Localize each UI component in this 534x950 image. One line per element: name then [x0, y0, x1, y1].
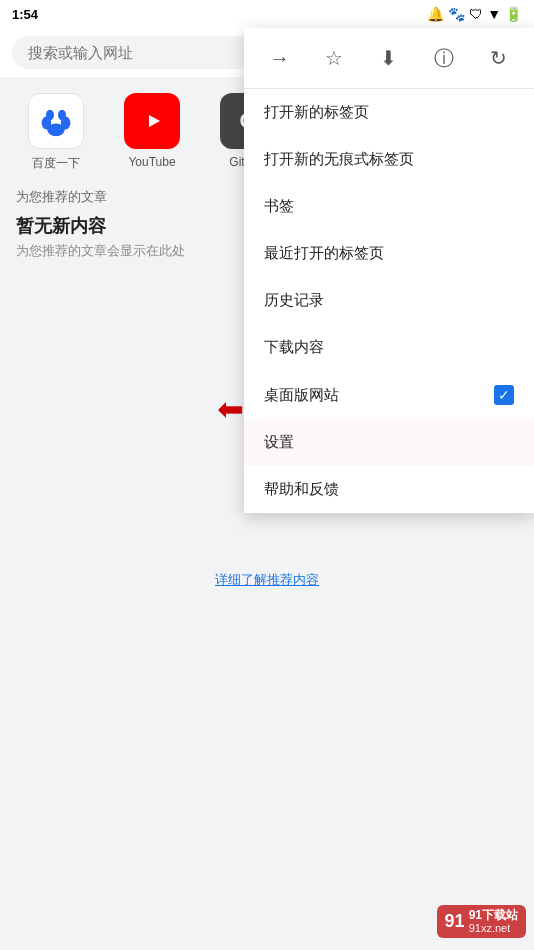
watermark: 91 91下载站 91xz.net: [437, 905, 526, 938]
desktop-site-checkbox[interactable]: ✓: [494, 385, 514, 405]
menu-top-icons: → ☆ ⬇ ⓘ ↻: [244, 28, 534, 89]
shortcut-baidu[interactable]: 百度一下: [16, 93, 96, 172]
watermark-title: 91下载站: [469, 909, 518, 922]
menu-item-desktop-site[interactable]: 桌面版网站 ✓: [244, 371, 534, 419]
youtube-icon-container: [124, 93, 180, 149]
refresh-icon[interactable]: ↻: [479, 38, 519, 78]
shortcut-youtube[interactable]: YouTube: [112, 93, 192, 172]
watermark-text-block: 91下载站 91xz.net: [469, 909, 518, 934]
menu-item-bookmarks[interactable]: 书签: [244, 183, 534, 230]
menu-item-settings[interactable]: 设置: [244, 419, 534, 466]
svg-point-4: [58, 110, 66, 120]
dropdown-menu: → ☆ ⬇ ⓘ ↻ 打开新的标签页 打开新的无痕式标签页 书签 最近打开的标签页…: [244, 28, 534, 513]
bookmark-icon[interactable]: ☆: [314, 38, 354, 78]
learn-more-link[interactable]: 详细了解推荐内容: [215, 572, 319, 587]
baidu-logo-icon: [36, 101, 76, 141]
shield-icon: 🛡: [469, 6, 483, 22]
youtube-logo-icon: [136, 105, 168, 137]
status-icons: 🔔 🐾 🛡 ▼ 🔋: [427, 6, 522, 22]
learn-more-container: 详细了解推荐内容: [215, 570, 319, 589]
svg-point-3: [46, 110, 54, 120]
info-icon[interactable]: ⓘ: [424, 38, 464, 78]
menu-item-downloads[interactable]: 下载内容: [244, 324, 534, 371]
menu-item-help[interactable]: 帮助和反馈: [244, 466, 534, 513]
menu-item-incognito[interactable]: 打开新的无痕式标签页: [244, 136, 534, 183]
youtube-label: YouTube: [128, 155, 175, 169]
status-time: 1:54: [12, 7, 38, 22]
paw-icon: 🐾: [448, 6, 465, 22]
red-arrow-indicator: ➡: [217, 390, 244, 428]
status-bar: 1:54 🔔 🐾 🛡 ▼ 🔋: [0, 0, 534, 28]
baidu-icon-container: [28, 93, 84, 149]
wifi-icon: ▼: [487, 6, 501, 22]
watermark-number: 91: [445, 911, 465, 932]
baidu-label: 百度一下: [32, 155, 80, 172]
menu-item-new-tab[interactable]: 打开新的标签页: [244, 89, 534, 136]
forward-icon[interactable]: →: [259, 38, 299, 78]
battery-icon: 🔋: [505, 6, 522, 22]
menu-item-recent-tabs[interactable]: 最近打开的标签页: [244, 230, 534, 277]
bell-icon: 🔔: [427, 6, 444, 22]
download-icon[interactable]: ⬇: [369, 38, 409, 78]
menu-item-history[interactable]: 历史记录: [244, 277, 534, 324]
watermark-url: 91xz.net: [469, 922, 511, 934]
